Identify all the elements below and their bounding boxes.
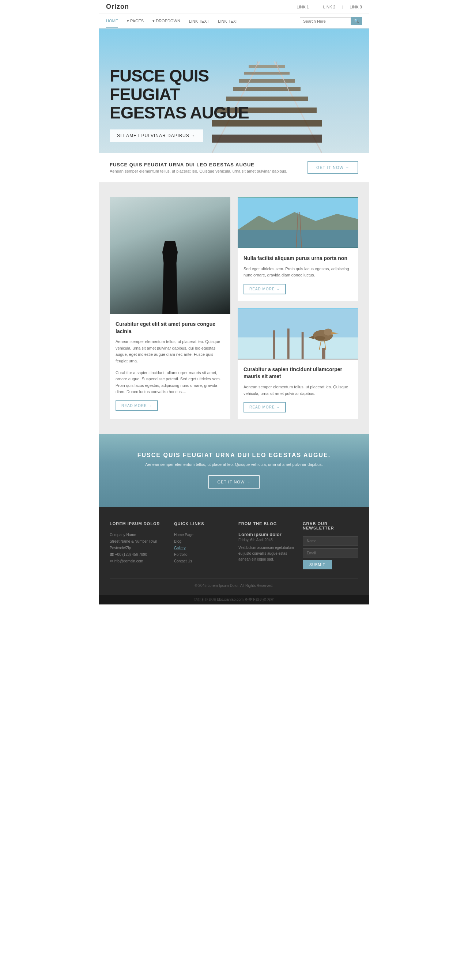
footer-link-gallery[interactable]: Gallery [174,545,229,551]
promo-description: Aenean semper elementum tellus, ut place… [110,169,287,173]
promo-bar: FUSCE QUIS FEUGIAT URNA DUI LEO EGESTAS … [99,153,369,183]
footer-col1-heading: LOREM IPSUM DOLOR [110,522,165,526]
card-left: Curabitur eget elit sit amet purus congu… [110,197,230,419]
newsletter-submit-button[interactable]: SUBMIT [303,560,332,570]
card-top-right: Nulla facilisi aliquam purus urna porta … [238,197,358,301]
card-left-body: Curabitur eget elit sit amet purus congu… [110,314,230,418]
card-left-body2: Curabitur a sapien tincidunt, ullamcorpe… [116,370,224,395]
main-nav: HOME ▾ PAGES ▾ DROPDOWN LINK TEXT LINK T… [99,14,369,29]
footer-blog-excerpt: Vestibulum accumsan eget.ibulum eu justo… [239,545,294,562]
footer-col-blog: FROM THE BLOG Lorem ipsum dolor Friday, … [239,522,294,570]
card-bottom-right: Curabitur a sapien tincidunt ullamcorper… [238,308,358,419]
footer-bottom: © 2045 Lorem Ipsum Dolor. All Rights Res… [110,578,358,588]
watermark: 访问社区论坛 bbs.xianlao.com 免费下载更多内容 [99,595,369,605]
footer-company: Company Name [110,532,165,538]
top-links: LINK 1 | LINK 2 | LINK 3 [296,5,362,9]
footer-address: Street Name & Number Town [110,538,165,545]
card-top-right-image [238,197,358,248]
footer-grid: LOREM IPSUM DOLOR Company Name Street Na… [110,522,358,570]
card-top-right-title: Nulla facilisi aliquam purus urna porta … [244,255,352,262]
footer-link-home[interactable]: Home Page [174,532,229,538]
nav-pages[interactable]: ▾ PAGES [127,14,144,28]
footer-phone: ☎ +00 (123) 456 7890 [110,551,165,558]
card-bottom-right-image [238,308,358,360]
svg-rect-23 [302,332,304,359]
newsletter-form: SUBMIT [303,536,358,570]
footer-col4-heading: GRAB OUR NEWSLETTER [303,522,358,530]
svg-point-31 [315,336,325,340]
card-bottom-right-text: Aenean semper elementum tellus, ut place… [244,384,352,397]
promo-text: FUSCE QUIS FEUGIAT URNA DUI LEO EGESTAS … [110,162,287,173]
hero-cta-button[interactable]: SIT AMET PULVINAR DAPIBUS → [110,129,203,142]
cta-band-button[interactable]: GET IT NOW → [209,476,259,488]
footer-link-portfolio[interactable]: Portfolio [174,551,229,558]
card-left-image [110,197,230,314]
nav-home[interactable]: HOME [106,14,118,28]
svg-rect-20 [238,337,358,358]
footer-email: ✉ info@domain.com [110,558,165,565]
footer-col-about: LOREM IPSUM DOLOR Company Name Street Na… [110,522,165,570]
svg-rect-19 [238,309,358,337]
content-grid: Curabitur eget elit sit amet purus congu… [110,197,358,419]
hero-content: FUSCE QUIS FEUGIAT EGESTAS AUGUE SIT AME… [110,67,263,142]
footer-col-newsletter: GRAB OUR NEWSLETTER SUBMIT [303,522,358,570]
top-bar: Orizon LINK 1 | LINK 2 | LINK 3 [99,0,369,14]
footer-postcode: Postcode/Zip [110,545,165,551]
site-logo: Orizon [106,3,129,11]
svg-rect-15 [238,230,358,248]
footer-col3-heading: FROM THE BLOG [239,522,294,526]
top-link-2[interactable]: LINK 2 [323,5,336,9]
card-top-right-body: Nulla facilisi aliquam purus urna porta … [238,248,358,301]
hero-title: FUSCE QUIS FEUGIAT EGESTAS AUGUE [110,67,263,122]
svg-rect-21 [273,330,275,359]
cta-band-text: Aenean semper elementum tellus, ut place… [110,462,358,466]
cta-band-heading: FUSCE QUIS FEUGIAT URNA DUI LEO EGESTAS … [110,452,358,458]
footer-link-contact[interactable]: Contact Us [174,558,229,565]
top-link-1[interactable]: LINK 1 [296,5,309,9]
card-top-right-read-more[interactable]: READ MORE → [244,284,286,294]
cta-band: FUSCE QUIS FEUGIAT URNA DUI LEO EGESTAS … [99,434,369,507]
svg-rect-29 [322,348,325,359]
svg-rect-22 [287,328,290,359]
search-area: 🔍 [300,17,362,25]
card-left-title: Curabitur eget elit sit amet purus congu… [116,321,224,335]
card-bottom-right-body: Curabitur a sapien tincidunt ullamcorper… [238,360,358,419]
card-bottom-right-title: Curabitur a sapien tincidunt ullamcorper… [244,366,352,380]
footer: LOREM IPSUM DOLOR Company Name Street Na… [99,507,369,595]
nav-dropdown[interactable]: ▾ DROPDOWN [153,14,180,28]
promo-heading: FUSCE QUIS FEUGIAT URNA DUI LEO EGESTAS … [110,162,287,167]
card-top-right-text: Sed eget ultricies sem. Proin quis lacus… [244,266,352,278]
card-left-read-more[interactable]: READ MORE → [116,401,158,411]
search-button[interactable]: 🔍 [351,17,362,25]
newsletter-email-input[interactable] [303,548,358,558]
footer-col2-heading: QUICK LINKS [174,522,229,526]
card-bottom-right-read-more[interactable]: READ MORE → [244,402,286,412]
card-left-body1: Aenean semper elementum tellus, ut place… [116,339,224,364]
nav-link-text-1[interactable]: LINK TEXT [189,14,209,28]
search-input[interactable] [300,17,351,25]
newsletter-name-input[interactable] [303,536,358,546]
hero-section: FUSCE QUIS FEUGIAT EGESTAS AUGUE SIT AME… [99,29,369,153]
top-link-3[interactable]: LINK 3 [350,5,362,9]
nav-link-text-2[interactable]: LINK TEXT [218,14,238,28]
promo-button[interactable]: GET IT NOW → [307,161,358,174]
content-section: Curabitur eget elit sit amet purus congu… [99,183,369,434]
footer-blog-title: Lorem ipsum dolor [239,532,294,537]
footer-blog-date: Friday, 6th April 2045 [239,538,294,542]
footer-link-blog[interactable]: Blog [174,538,229,545]
footer-col-links: QUICK LINKS Home Page Blog Gallery Portf… [174,522,229,570]
svg-point-25 [324,328,332,335]
